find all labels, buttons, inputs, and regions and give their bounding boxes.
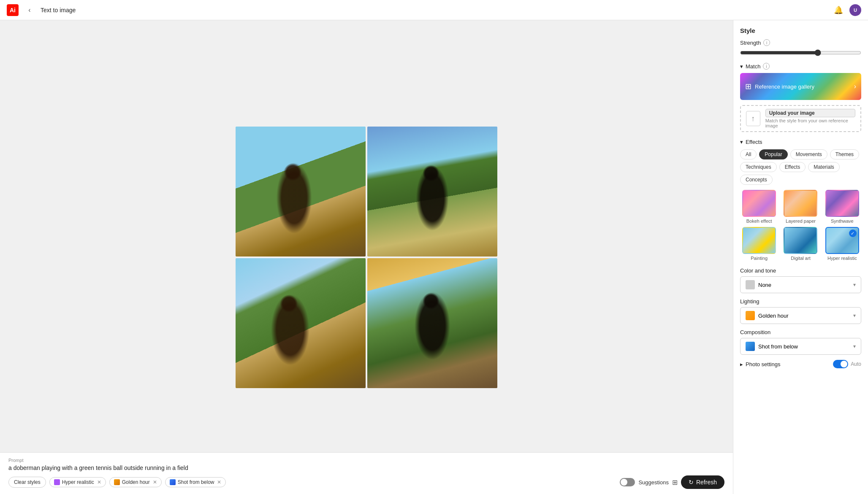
generated-image-2[interactable]	[367, 127, 497, 256]
photo-settings-row: ▸ Photo settings Auto	[740, 360, 861, 368]
tag-hyper-realistic[interactable]: Hyper realistic ✕	[49, 477, 106, 487]
app-header: Ai ‹ Text to image 🔔 U	[0, 0, 868, 20]
upload-sub-text: Match the style from your own reference …	[765, 118, 855, 128]
tag-shot-label: Shot from below	[178, 479, 214, 485]
upload-image-box[interactable]: ↑ Upload your image Match the style from…	[740, 105, 861, 132]
match-header[interactable]: ▾ Match i	[740, 63, 861, 70]
refresh-button[interactable]: ↻ Refresh	[681, 475, 724, 489]
effect-synthwave-thumb	[825, 190, 859, 217]
effect-layered-thumb	[784, 190, 817, 217]
prompt-area: Prompt a doberman playing with a green t…	[0, 452, 733, 494]
page-title: Text to image	[41, 7, 76, 13]
app-logo: Ai	[7, 4, 19, 16]
filter-pills: All Popular Movements Themes Techniques …	[740, 149, 861, 185]
filter-all[interactable]: All	[740, 149, 757, 159]
lighting-label: Lighting	[740, 298, 861, 305]
filter-techniques[interactable]: Techniques	[740, 162, 777, 172]
effect-hyper-thumb	[825, 227, 859, 254]
photo-auto-label: Auto	[851, 361, 861, 367]
generated-image-4[interactable]	[367, 258, 497, 388]
suggestions-area: Suggestions ⊞ ↻ Refresh	[620, 475, 724, 489]
effect-layered[interactable]: Layered paper	[781, 190, 819, 224]
photo-settings-toggle[interactable]	[833, 360, 848, 368]
refresh-icon: ↻	[689, 479, 694, 486]
effects-section: ▾ Effects All Popular Movements Themes T…	[740, 139, 861, 261]
clear-styles-button[interactable]: Clear styles	[8, 477, 46, 488]
filter-movements[interactable]: Movements	[790, 149, 827, 159]
match-info-icon[interactable]: i	[763, 63, 770, 70]
effect-hyper-label: Hyper realistic	[827, 256, 857, 261]
canvas-area	[0, 20, 733, 494]
effect-digital-thumb	[784, 227, 817, 254]
strength-slider[interactable]	[740, 49, 861, 56]
color-tone-dropdown[interactable]: None ▾	[740, 276, 861, 293]
composition-thumb	[746, 342, 755, 351]
match-section: ▾ Match i ⊞ Reference image gallery › ↑ …	[740, 63, 861, 132]
effect-digital-label: Digital art	[791, 256, 810, 261]
filter-popular[interactable]: Popular	[759, 149, 787, 159]
prompt-controls: Clear styles Hyper realistic ✕ Golden ho…	[8, 475, 724, 489]
filter-effects[interactable]: Effects	[779, 162, 806, 172]
avatar[interactable]: U	[849, 4, 861, 16]
tag-shot-close[interactable]: ✕	[217, 479, 221, 485]
filter-themes[interactable]: Themes	[830, 149, 859, 159]
lighting-dropdown[interactable]: Golden hour ▾	[740, 307, 861, 324]
upload-icon: ↑	[746, 111, 760, 126]
composition-label: Composition	[740, 329, 861, 335]
effects-header[interactable]: ▾ Effects	[740, 139, 861, 145]
prompt-label: Prompt	[8, 458, 724, 463]
color-tone-thumb	[746, 280, 755, 289]
effect-layered-label: Layered paper	[786, 219, 816, 224]
composition-dropdown[interactable]: Shot from below ▾	[740, 338, 861, 355]
effect-synthwave[interactable]: Synthwave	[823, 190, 861, 224]
strength-label: Strength i	[740, 39, 861, 46]
color-tone-section: Color and tone None ▾	[740, 267, 861, 293]
tag-hyper-close[interactable]: ✕	[97, 479, 101, 485]
right-panel: Style Strength i ▾ Match i ⊞ Reference i…	[733, 20, 868, 494]
reference-gallery[interactable]: ⊞ Reference image gallery ›	[740, 73, 861, 100]
style-title: Style	[740, 27, 861, 34]
gallery-chevron-icon: ›	[854, 83, 856, 90]
lighting-section: Lighting Golden hour ▾	[740, 298, 861, 324]
effect-digital[interactable]: Digital art	[781, 227, 819, 261]
tag-hyper-label: Hyper realistic	[62, 479, 94, 485]
tag-hyper-icon	[54, 479, 60, 485]
tag-shot-below[interactable]: Shot from below ✕	[165, 477, 226, 487]
upload-button-label: Upload your image	[765, 109, 855, 117]
tag-golden-hour[interactable]: Golden hour ✕	[109, 477, 162, 487]
generated-image-3[interactable]	[236, 258, 366, 388]
effect-painting-label: Painting	[751, 256, 768, 261]
photo-settings-header[interactable]: ▸ Photo settings	[740, 361, 780, 367]
composition-chevron-icon: ▾	[853, 343, 856, 349]
lighting-thumb	[746, 311, 755, 320]
color-tone-label: Color and tone	[740, 267, 861, 274]
generated-image-1[interactable]	[236, 127, 366, 256]
effect-bokeh-label: Bokeh effect	[746, 219, 772, 224]
color-tone-chevron-icon: ▾	[853, 282, 856, 288]
strength-info-icon[interactable]: i	[763, 39, 770, 46]
image-grid	[236, 127, 497, 388]
effect-hyper[interactable]: Hyper realistic	[823, 227, 861, 261]
tag-shot-icon	[170, 479, 176, 485]
prompt-text[interactable]: a doberman playing with a green tennis b…	[8, 464, 724, 471]
bell-icon[interactable]: 🔔	[833, 4, 844, 16]
tag-golden-icon	[114, 479, 120, 485]
suggestions-toggle[interactable]	[620, 478, 635, 486]
effect-painting-thumb	[742, 227, 776, 254]
suggestions-info-icon[interactable]: ⊞	[672, 478, 678, 486]
back-button[interactable]: ‹	[24, 4, 35, 16]
effect-synthwave-label: Synthwave	[831, 219, 854, 224]
tag-golden-close[interactable]: ✕	[153, 479, 157, 485]
effect-bokeh[interactable]: Bokeh effect	[740, 190, 778, 224]
effect-painting[interactable]: Painting	[740, 227, 778, 261]
tag-golden-label: Golden hour	[122, 479, 150, 485]
effects-grid: Bokeh effect Layered paper Synthwave Pai…	[740, 190, 861, 261]
filter-materials[interactable]: Materials	[808, 162, 840, 172]
filter-concepts[interactable]: Concepts	[740, 175, 773, 185]
lighting-chevron-icon: ▾	[853, 313, 856, 319]
suggestions-label: Suggestions	[638, 479, 669, 486]
effect-bokeh-thumb	[742, 190, 776, 217]
composition-section: Composition Shot from below ▾	[740, 329, 861, 355]
